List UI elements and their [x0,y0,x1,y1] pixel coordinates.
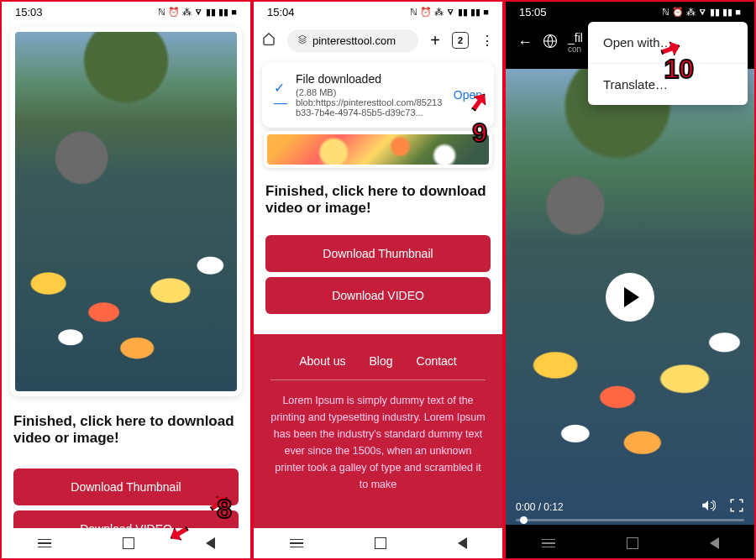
android-nav-bar [2,528,250,558]
recents-button[interactable] [542,539,555,548]
step-number-badge: 8 [217,494,232,525]
status-icons: ℕ ⏰ ⁂ ⛛ ▮▮ ▮▮ ■ [662,7,741,18]
volume-icon[interactable] [701,498,716,516]
fullscreen-icon[interactable] [729,498,744,516]
step-number-badge: 9 [472,118,487,149]
android-nav-bar [506,528,754,558]
download-size: (2.88 MB) [296,87,445,97]
divider [270,379,486,380]
play-button[interactable] [606,273,654,322]
clock: 15:04 [267,6,295,18]
lock-icon [297,34,307,47]
status-bar: 15:03 ℕ ⏰ ⁂ ⛛ ▮▮ ▮▮ ■ [2,2,250,22]
url-bar[interactable]: pinteresttool.com [287,29,418,52]
play-icon [624,287,639,307]
step-number-badge: 10 [664,54,694,85]
footer: About us Blog Contact Lorem Ipsum is sim… [254,334,502,536]
recents-button[interactable] [290,539,303,548]
finished-heading: Finished, click here to download video o… [2,401,250,463]
home-button[interactable] [123,537,134,549]
status-icons: ℕ ⏰ ⁂ ⛛ ▮▮ ▮▮ ■ [410,7,489,18]
download-thumbnail-button[interactable]: Download Thumbnail [13,468,239,505]
footer-about-link[interactable]: About us [299,354,345,368]
url-text: _fil con [568,31,583,54]
tab-count[interactable]: 2 [452,32,469,49]
back-arrow-icon[interactable]: ← [517,34,533,51]
progress-thumb[interactable] [520,516,528,524]
back-button[interactable] [710,537,719,549]
screen-2: 15:04 ℕ ⏰ ⁂ ⛛ ▮▮ ▮▮ ■ pinteresttool.com … [252,0,504,560]
new-tab-icon[interactable]: + [430,31,440,50]
video-player[interactable]: 0:00 / 0:12 [506,69,754,525]
video-preview-image [264,131,492,168]
recents-button[interactable] [38,539,51,548]
footer-links: About us Blog Contact [270,354,486,368]
footer-blog-link[interactable]: Blog [369,354,392,368]
status-bar: 15:04 ℕ ⏰ ⁂ ⛛ ▮▮ ▮▮ ■ [254,2,502,22]
more-icon[interactable]: ⋮ [480,33,494,49]
globe-icon [543,34,558,51]
footer-contact-link[interactable]: Contact [417,354,457,368]
home-button[interactable] [627,537,638,549]
status-bar: 15:05 ℕ ⏰ ⁂ ⛛ ▮▮ ▮▮ ■ [506,2,754,22]
video-time: 0:00 / 0:12 [516,501,564,513]
download-info: File downloaded (2.88 MB) blob:https://p… [296,72,445,118]
browser-toolbar: pinteresttool.com + 2 ⋮ [254,22,502,59]
screen-3: 15:05 ℕ ⏰ ⁂ ⛛ ▮▮ ▮▮ ■ ← _fil con Open wi… [504,0,756,560]
progress-bar[interactable] [516,519,744,521]
download-video-button[interactable]: Download VIDEO [265,277,491,314]
screen-1: 15:03 ℕ ⏰ ⁂ ⛛ ▮▮ ▮▮ ■ Finished, click he… [0,0,252,560]
video-preview-image [10,27,242,396]
back-button[interactable] [458,537,467,549]
status-icons: ℕ ⏰ ⁂ ⛛ ▮▮ ▮▮ ■ [158,7,237,18]
android-nav-bar [254,528,502,558]
download-title: File downloaded [296,72,445,86]
download-blob: blob:https://pinteresttool.com/85213b33-… [296,97,445,118]
back-button[interactable] [206,537,215,549]
download-notification[interactable]: ✓— File downloaded (2.88 MB) blob:https:… [262,62,494,128]
download-thumbnail-button[interactable]: Download Thumbnail [265,235,491,272]
finished-heading: Finished, click here to download video o… [254,176,502,230]
video-controls: 0:00 / 0:12 [506,491,754,525]
home-button[interactable] [375,537,386,549]
check-icon: ✓— [274,80,287,111]
clock: 15:03 [15,6,43,18]
url-text: pinteresttool.com [312,34,396,47]
footer-text: Lorem Ipsum is simply dummy text of the … [270,392,486,493]
clock: 15:05 [519,6,547,18]
home-icon[interactable] [262,32,276,49]
